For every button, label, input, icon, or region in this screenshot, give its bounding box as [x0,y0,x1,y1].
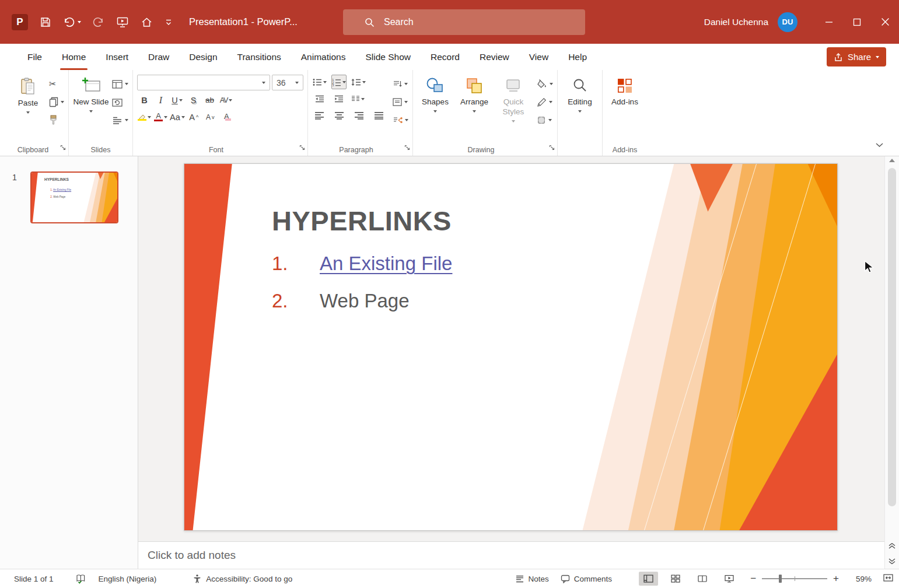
scroll-up-arrow[interactable] [889,159,895,162]
tab-slide-show[interactable]: Slide Show [355,44,421,70]
slide-layout-button[interactable] [112,77,128,91]
zoom-slider[interactable] [762,574,827,583]
highlight-chevron[interactable] [148,116,151,118]
search-input[interactable]: Search [343,9,585,35]
bullets-chevron[interactable] [323,81,327,83]
shape-outline-button[interactable] [537,95,553,109]
new-slide-chevron[interactable] [89,110,93,113]
char-spacing-chevron[interactable] [229,99,232,102]
tab-design[interactable]: Design [179,44,227,70]
slide-canvas[interactable]: HYPERLINKS 1. An Existing File 2. Web Pa… [138,156,884,541]
tab-transitions[interactable]: Transitions [228,44,291,70]
slide-sorter-view-button[interactable] [666,572,685,586]
qat-customize-button[interactable] [165,18,173,26]
italic-button[interactable]: I [153,93,168,107]
undo-button[interactable] [63,16,81,28]
accessibility-checker[interactable]: Accessibility: Good to go [193,574,292,583]
section-chevron[interactable] [125,119,128,121]
smartart-chevron[interactable] [405,119,408,121]
grow-font-button[interactable]: A^ [187,110,201,124]
shape-effects-chevron[interactable] [548,119,552,121]
columns-button[interactable] [351,92,365,106]
shrink-font-button[interactable]: Av [203,110,218,124]
strikethrough-button[interactable]: ab [202,93,217,107]
maximize-button[interactable] [843,0,871,44]
tab-help[interactable]: Help [558,44,597,70]
start-slideshow-button[interactable] [116,16,129,28]
line-spacing-chevron[interactable] [362,81,366,83]
text-direction-chevron[interactable] [404,83,408,85]
format-painter-button[interactable] [49,113,64,127]
underline-button[interactable]: U [170,93,184,107]
tab-file[interactable]: File [18,44,52,70]
new-slide-button[interactable]: New Slide [73,73,109,143]
slide-indicator[interactable]: Slide 1 of 1 [14,575,54,583]
decrease-indent-button[interactable] [312,92,327,106]
shape-outline-chevron[interactable] [549,101,552,103]
addins-button[interactable]: Add-ins [607,73,643,143]
layout-chevron[interactable] [125,83,128,85]
tab-review[interactable]: Review [470,44,519,70]
language-selector[interactable]: English (Nigeria) [99,575,157,583]
font-dialog-launcher[interactable] [299,142,305,153]
line-spacing-button[interactable] [351,75,366,89]
redo-button[interactable] [93,16,104,28]
slideshow-view-button[interactable] [720,572,739,586]
font-name-combobox[interactable] [137,75,270,90]
change-case-button[interactable]: Aa [170,110,185,124]
paste-button[interactable]: Paste [10,73,46,143]
shapes-chevron[interactable] [433,110,437,113]
clear-formatting-button[interactable]: A [219,110,234,124]
tab-insert[interactable]: Insert [96,44,138,70]
undo-dropdown-chevron[interactable] [78,21,81,23]
font-size-combobox[interactable]: 36 [272,75,303,90]
close-button[interactable] [871,0,899,44]
tab-animations[interactable]: Animations [291,44,356,70]
arrange-chevron[interactable] [473,110,476,113]
quick-styles-button[interactable]: Quick Styles [495,73,531,143]
notes-pane[interactable]: Click to add notes [138,541,884,569]
drawing-dialog-launcher[interactable] [549,142,555,153]
comments-button[interactable]: Comments [561,575,612,583]
user-name[interactable]: Daniel Uchenna [704,17,768,27]
collapse-ribbon-button[interactable] [875,139,884,150]
section-button[interactable] [112,113,128,127]
convert-smartart-button[interactable] [393,113,408,127]
normal-view-button[interactable] [639,572,658,586]
bullets-button[interactable] [312,75,327,89]
character-spacing-button[interactable]: AV [219,93,233,107]
increase-indent-button[interactable] [331,92,346,106]
change-case-chevron[interactable] [181,116,185,118]
text-direction-button[interactable] [393,77,408,91]
avatar[interactable]: DU [778,12,797,32]
zoom-level[interactable]: 59% [851,575,872,583]
font-color-chevron[interactable] [164,116,167,118]
zoom-out-button[interactable]: − [750,573,756,584]
font-name-chevron[interactable] [262,82,265,84]
numbering-chevron[interactable] [342,81,346,83]
zoom-in-button[interactable]: + [833,573,839,584]
minimize-button[interactable] [815,0,843,44]
list-item-web-page[interactable]: 2. Web Page [272,290,452,312]
share-chevron[interactable] [876,56,879,58]
align-left-button[interactable] [312,108,327,123]
editing-chevron[interactable] [578,110,582,113]
hyperlink-existing-file[interactable]: An Existing File [320,253,452,275]
copy-button[interactable] [49,95,64,109]
underline-chevron[interactable] [179,99,183,102]
cut-button[interactable]: ✂ [49,77,64,91]
quick-styles-chevron[interactable] [512,120,515,123]
vertical-scrollbar[interactable] [884,156,899,569]
text-shadow-button[interactable]: S [186,93,201,107]
tab-home[interactable]: Home [52,44,96,70]
reset-slide-button[interactable] [112,95,128,109]
share-button[interactable]: Share [827,47,886,66]
tab-draw[interactable]: Draw [138,44,179,70]
font-size-chevron[interactable] [295,82,299,84]
bold-button[interactable]: B [137,93,152,107]
font-color-button[interactable]: A [153,110,168,124]
zoom-slider-thumb[interactable] [779,575,782,583]
previous-slide-button[interactable] [888,541,895,551]
shape-fill-chevron[interactable] [550,83,553,85]
tab-record[interactable]: Record [421,44,470,70]
